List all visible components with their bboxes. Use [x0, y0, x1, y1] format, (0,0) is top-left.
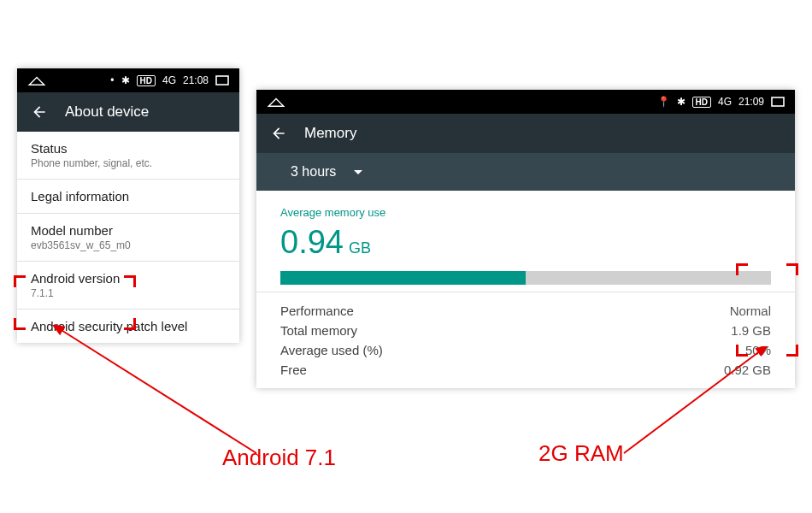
chevron-down-icon: [353, 164, 363, 180]
item-label: Legal information: [31, 189, 226, 203]
page-title: Memory: [304, 125, 356, 142]
page-title: About device: [65, 103, 149, 121]
stat-label: Performance: [280, 304, 354, 318]
item-label: Android version: [31, 271, 226, 286]
svg-rect-1: [772, 97, 784, 106]
stat-label: Average used (%): [280, 343, 383, 357]
item-sub: 7.1.1: [31, 287, 226, 299]
value-unit: GB: [349, 239, 371, 257]
bluetooth-icon: ✱: [121, 74, 130, 86]
annotation-android-label: Android 7.1: [222, 445, 336, 471]
stat-value: 0.92 GB: [724, 363, 771, 377]
recent-apps-icon: [771, 97, 785, 107]
avg-memory-label: Average memory use: [280, 206, 771, 219]
back-icon[interactable]: [31, 103, 48, 121]
value-number: 0.94: [280, 224, 344, 261]
network-indicator: 4G: [718, 96, 732, 108]
item-security-patch[interactable]: Android security patch level: [17, 310, 239, 343]
location-icon: •: [110, 74, 114, 86]
row-free[interactable]: Free 0.92 GB: [280, 360, 771, 380]
hd-badge: HD: [692, 97, 711, 108]
row-average-used[interactable]: Average used (%) 50%: [280, 340, 771, 360]
stat-value: 1.9 GB: [731, 323, 771, 338]
stat-value: Normal: [730, 304, 771, 318]
svg-rect-0: [216, 76, 228, 85]
memory-progress-bar: [280, 271, 771, 285]
location-icon: 📍: [657, 96, 670, 108]
item-label: Android security patch level: [31, 319, 226, 333]
status-bar: • ✱ HD 4G 21:08: [17, 68, 239, 92]
annotation-ram-label: 2G RAM: [538, 440, 624, 467]
item-android-version[interactable]: Android version 7.1.1: [17, 262, 239, 310]
svg-line-2: [60, 329, 256, 453]
stat-label: Free: [280, 363, 307, 377]
row-performance[interactable]: Performance Normal: [280, 301, 771, 321]
stat-value: 50%: [745, 343, 771, 357]
stat-label: Total memory: [280, 323, 357, 338]
item-model[interactable]: Model number evb3561sv_w_65_m0: [17, 214, 239, 262]
dropdown-value: 3 hours: [291, 164, 336, 180]
network-indicator: 4G: [162, 74, 176, 86]
annotation-arrow-android: [51, 325, 274, 462]
memory-screen: 📍 ✱ HD 4G 21:09 Memory 3 hours Average m…: [256, 90, 795, 388]
bluetooth-icon: ✱: [677, 96, 685, 108]
home-icon: [27, 74, 46, 86]
progress-fill: [280, 271, 526, 285]
item-sub: evb3561sv_w_65_m0: [31, 239, 226, 251]
about-device-screen: • ✱ HD 4G 21:08 About device Status Phon…: [17, 68, 239, 343]
row-total-memory[interactable]: Total memory 1.9 GB: [280, 321, 771, 340]
toolbar: About device: [17, 92, 239, 132]
recent-apps-icon: [215, 75, 229, 86]
clock: 21:09: [738, 96, 764, 108]
divider: [256, 292, 795, 292]
memory-body: Average memory use 0.94 GB Performance N…: [256, 191, 795, 388]
time-range-dropdown[interactable]: 3 hours: [256, 153, 795, 191]
hd-badge: HD: [137, 75, 156, 86]
status-bar: 📍 ✱ HD 4G 21:09: [256, 90, 795, 114]
item-legal[interactable]: Legal information: [17, 180, 239, 214]
item-sub: Phone number, signal, etc.: [31, 157, 226, 169]
avg-memory-value: 0.94 GB: [280, 224, 771, 261]
item-status[interactable]: Status Phone number, signal, etc.: [17, 132, 239, 180]
toolbar: Memory: [256, 114, 795, 153]
clock: 21:08: [183, 74, 209, 86]
item-label: Status: [31, 141, 226, 156]
item-label: Model number: [31, 223, 226, 238]
home-icon: [267, 96, 285, 108]
back-icon[interactable]: [270, 125, 287, 142]
